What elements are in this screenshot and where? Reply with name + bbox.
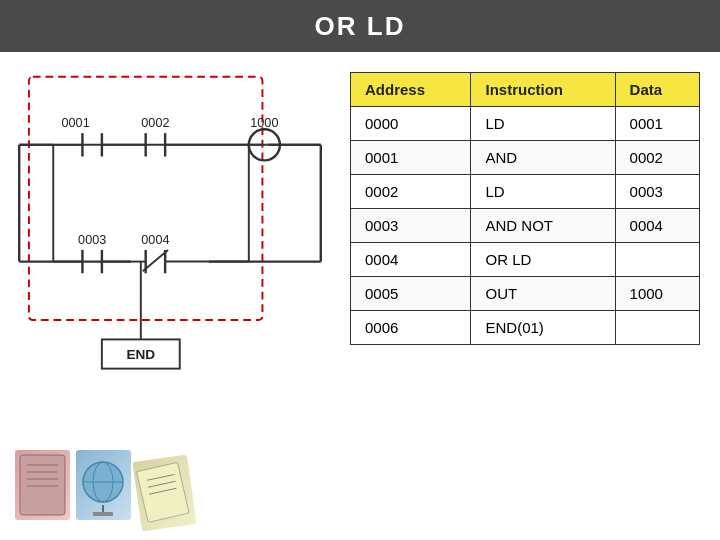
cell-instruction: LD [471, 107, 615, 141]
cell-address: 0004 [351, 243, 471, 277]
cell-address: 0000 [351, 107, 471, 141]
cell-instruction: LD [471, 175, 615, 209]
cell-address: 0006 [351, 311, 471, 345]
table-row: 0004OR LD [351, 243, 700, 277]
ladder-diagram: 0001 0002 1000 0003 [15, 67, 325, 427]
cell-instruction: AND [471, 141, 615, 175]
cell-address: 0003 [351, 209, 471, 243]
cell-data: 0002 [615, 141, 699, 175]
table-row: 0001AND0002 [351, 141, 700, 175]
table-row: 0006END(01) [351, 311, 700, 345]
svg-rect-35 [20, 455, 65, 515]
cell-data [615, 243, 699, 277]
instruction-table: Address Instruction Data 0000LD00010001A… [350, 72, 700, 345]
svg-text:0002: 0002 [141, 116, 169, 130]
image-globe [76, 450, 131, 520]
header-instruction: Instruction [471, 73, 615, 107]
header-address: Address [351, 73, 471, 107]
svg-text:1000: 1000 [250, 116, 278, 130]
cell-data: 0004 [615, 209, 699, 243]
cell-data [615, 311, 699, 345]
svg-text:END: END [126, 347, 155, 362]
svg-rect-0 [29, 77, 263, 320]
svg-rect-44 [93, 512, 113, 516]
cell-instruction: AND NOT [471, 209, 615, 243]
svg-text:0001: 0001 [62, 116, 90, 130]
table-row: 0002LD0003 [351, 175, 700, 209]
svg-text:0003: 0003 [78, 233, 106, 247]
cell-data: 0003 [615, 175, 699, 209]
header-data: Data [615, 73, 699, 107]
cell-data: 1000 [615, 277, 699, 311]
table-body: 0000LD00010001AND00020002LD00030003AND N… [351, 107, 700, 345]
cell-instruction: OUT [471, 277, 615, 311]
title-bar: OR LD [0, 0, 720, 52]
cell-address: 0002 [351, 175, 471, 209]
table-panel: Address Instruction Data 0000LD00010001A… [340, 52, 720, 540]
table-row: 0003AND NOT0004 [351, 209, 700, 243]
table-row: 0000LD0001 [351, 107, 700, 141]
cell-data: 0001 [615, 107, 699, 141]
bottom-images [15, 450, 195, 530]
image-paper [132, 455, 196, 532]
cell-instruction: END(01) [471, 311, 615, 345]
table-header-row: Address Instruction Data [351, 73, 700, 107]
cell-address: 0005 [351, 277, 471, 311]
cell-address: 0001 [351, 141, 471, 175]
cell-instruction: OR LD [471, 243, 615, 277]
svg-text:0004: 0004 [141, 233, 169, 247]
page-title: OR LD [315, 11, 406, 42]
image-book [15, 450, 70, 520]
svg-rect-45 [136, 462, 189, 522]
table-row: 0005OUT1000 [351, 277, 700, 311]
